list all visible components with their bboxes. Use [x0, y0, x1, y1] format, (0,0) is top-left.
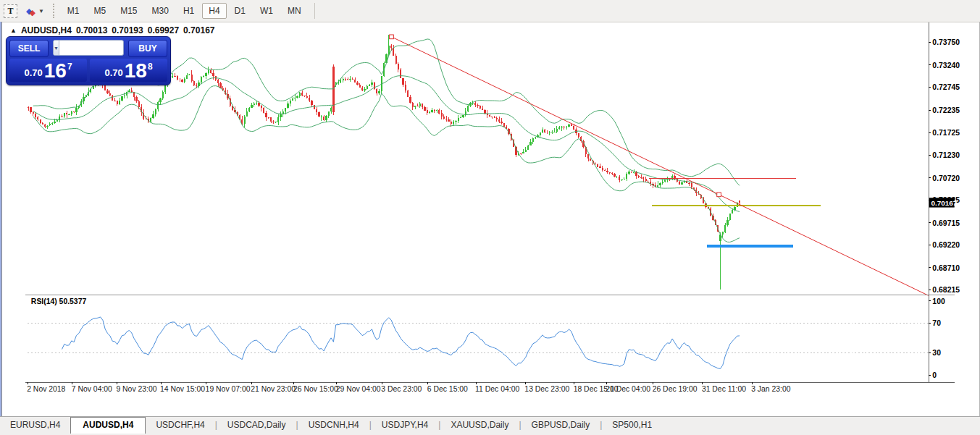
chart-tab-audusd-h4[interactable]: AUDUSD,H4 [70, 417, 146, 434]
buy-price-big: 18 [125, 62, 147, 80]
timeframe-button-m1[interactable]: M1 [61, 3, 86, 19]
time-axis-label: 3 Dec 23:00 [381, 385, 422, 393]
trendline-handle[interactable] [717, 193, 721, 197]
svg-text:0.70167: 0.70167 [931, 199, 957, 207]
text-tool-icon[interactable]: T [4, 4, 17, 18]
buy-price-button[interactable]: 0.70 18 8 [90, 59, 167, 82]
volume-input[interactable] [59, 43, 124, 54]
price-axis-label: 0.71725 [932, 129, 960, 137]
sell-price-sup: 7 [67, 62, 72, 72]
chart-tab-sp500-h1[interactable]: SP500,H1 [602, 418, 662, 433]
chart-tab-usdjpy-h4[interactable]: USDJPY,H4 [372, 418, 438, 433]
chart-title: ▲ AUDUSD,H4 0.70013 0.70193 0.69927 0.70… [10, 25, 215, 35]
volume-stepper: ▼ ▲ [53, 40, 124, 56]
volume-decrease-button[interactable]: ▼ [54, 41, 59, 55]
time-axis-label: 3 Jan 23:00 [751, 385, 791, 393]
chart-tab-usdcad-daily[interactable]: USDCAD,Daily [217, 418, 296, 433]
time-axis-label: 21 Dec 04:00 [606, 385, 650, 393]
timeframe-button-m15[interactable]: M15 [114, 3, 143, 19]
toolbar-separator [314, 3, 315, 19]
time-axis-label: 11 Dec 04:00 [475, 385, 519, 393]
buy-price-sup: 8 [148, 62, 153, 72]
price-axis-label: 0.72745 [932, 83, 960, 91]
sell-price-big: 16 [44, 62, 67, 80]
chart-tab-usdchf-h4[interactable]: USDCHF,H4 [146, 418, 214, 433]
trendline-handle[interactable] [390, 35, 394, 39]
diamond-icon: ◆ [29, 9, 35, 17]
sell-button[interactable]: SELL [9, 40, 49, 57]
time-axis-label: 6 Dec 15:00 [427, 385, 468, 393]
price-axis-label: 0.70720 [932, 174, 960, 182]
one-click-trading-panel: SELL ▼ ▲ BUY 0.70 16 7 0.70 18 8 [6, 36, 171, 85]
buy-button[interactable]: BUY [128, 40, 167, 57]
chart-tab-bar: EURUSD,H4AUDUSD,H4USDCHF,H4|USDCAD,Daily… [0, 416, 980, 435]
time-axis-label: 9 Nov 23:00 [116, 385, 156, 393]
price-axis-label: 0.69715 [932, 219, 960, 227]
sell-price-prefix: 0.70 [24, 67, 42, 78]
ohlc-high: 0.70193 [112, 25, 143, 35]
timeframe-button-d1[interactable]: D1 [228, 3, 252, 19]
chart-tab-xauusd-daily[interactable]: XAUUSD,Daily [440, 418, 519, 433]
time-axis-label: 29 Nov 04:00 [336, 385, 381, 393]
toolbar: T ◆ ◆ ▼ M1M5M15M30H1H4D1W1MN [0, 0, 980, 22]
current-price-tag: 0.70167 [929, 198, 958, 207]
buy-price-prefix: 0.70 [104, 67, 122, 78]
toolbar-grip[interactable] [53, 4, 54, 18]
chart-tab-gbpusd-daily[interactable]: GBPUSD,Daily [522, 418, 600, 433]
time-axis-label: 21 Nov 23:00 [251, 385, 296, 393]
price-axis-label: 0.71230 [932, 151, 960, 159]
timeframe-button-h1[interactable]: H1 [177, 3, 201, 19]
timeframe-buttons: M1M5M15M30H1H4D1W1MN [60, 0, 309, 22]
time-axis-label: 31 Dec 11:00 [702, 385, 746, 393]
price-axis-label: 0.68215 [932, 286, 960, 294]
timeframe-button-h4[interactable]: H4 [202, 3, 226, 19]
chart-tab-eurusd-h4[interactable]: EURUSD,H4 [0, 418, 70, 433]
ohlc-close: 0.70167 [183, 25, 214, 35]
rsi-indicator-label: RSI(14) 50.5377 [31, 297, 87, 305]
time-axis-label: 26 Dec 19:00 [653, 385, 698, 393]
timeframe-button-m5[interactable]: M5 [88, 3, 113, 19]
rsi-axis-label: 100 [932, 297, 945, 305]
price-axis-label: 0.72235 [932, 106, 960, 114]
time-axis-label: 19 Nov 07:00 [206, 385, 251, 393]
mt4-window: T ◆ ◆ ▼ M1M5M15M30H1H4D1W1MN 0.737500.73… [0, 0, 980, 435]
dropdown-caret-icon[interactable]: ▼ [38, 8, 44, 14]
time-axis-label: 13 Dec 23:00 [524, 385, 569, 393]
chart-symbol-label: AUDUSD,H4 [21, 25, 72, 35]
timeframe-button-w1[interactable]: W1 [254, 3, 280, 19]
indicator-style-button[interactable]: ◆ ◆ ▼ [26, 5, 44, 17]
price-axis-label: 0.73240 [932, 62, 960, 69]
sell-price-button[interactable]: 0.70 16 7 [9, 59, 87, 82]
rsi-axis-label: 30 [932, 349, 941, 357]
price-axis-label: 0.73750 [932, 38, 960, 46]
rsi-axis-label: 0 [932, 371, 937, 379]
time-axis-label: 26 Nov 15:00 [293, 385, 338, 393]
time-axis-label: 7 Nov 04:00 [72, 385, 112, 393]
ohlc-low: 0.69927 [148, 25, 179, 35]
price-axis-label: 0.68710 [932, 264, 960, 272]
ohlc-open: 0.70013 [76, 25, 107, 35]
rsi-axis-label: 70 [932, 319, 941, 327]
price-axis-label: 0.69220 [932, 241, 960, 249]
time-axis-label: 14 Nov 15:00 [160, 385, 205, 393]
timeframe-button-mn[interactable]: MN [281, 3, 308, 19]
time-axis-label: 2 Nov 2018 [27, 385, 65, 393]
collapse-panel-arrow-icon[interactable]: ▲ [10, 27, 17, 34]
chart-tab-usdcnh-h4[interactable]: USDCNH,H4 [298, 418, 369, 433]
timeframe-button-m30[interactable]: M30 [146, 3, 175, 19]
